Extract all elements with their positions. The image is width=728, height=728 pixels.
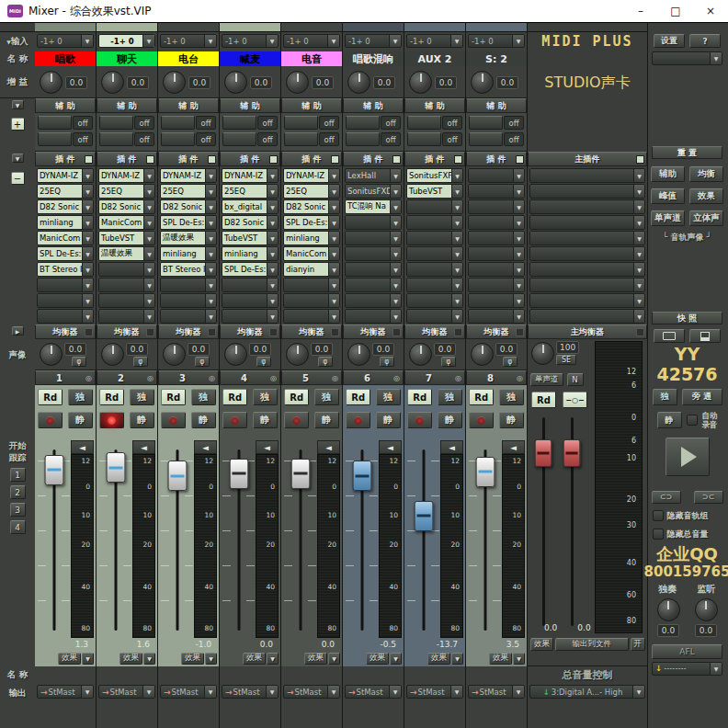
chevron-down-icon[interactable]: ▼	[513, 310, 524, 323]
channel-input-select[interactable]: -1+ 0 ▼	[98, 34, 155, 48]
aux-send-slider[interactable]	[407, 116, 441, 130]
plugin-slot[interactable]: DYNAM-IZ▼	[37, 168, 94, 183]
effect-button[interactable]: 效果	[366, 653, 389, 665]
mute-button[interactable]: 静	[438, 412, 462, 428]
master-mono-button[interactable]: 单声道	[530, 373, 563, 386]
plugin-slot[interactable]: ▼	[468, 215, 525, 230]
plugin-slot[interactable]: ▼	[98, 293, 155, 308]
fader-handle[interactable]	[414, 501, 433, 531]
aux-send-slider[interactable]	[222, 132, 256, 146]
chevron-down-icon[interactable]: ▼	[451, 185, 462, 198]
plugin-slot[interactable]: 25EQ▼	[283, 184, 340, 199]
fader-handle[interactable]	[167, 461, 187, 491]
plugin-slot[interactable]: DYNAM-IZ▼	[98, 168, 155, 183]
chevron-down-icon[interactable]: ▼	[267, 294, 278, 307]
chevron-down-icon[interactable]: ▼	[327, 35, 339, 47]
plugin-slot[interactable]: ▼	[468, 231, 525, 245]
monitor-level-knob[interactable]	[695, 598, 718, 621]
mute-button[interactable]: 静	[191, 412, 216, 428]
eq-indicator[interactable]	[454, 328, 462, 336]
plugin-slot[interactable]: ▼	[98, 278, 155, 292]
reset-eq-button[interactable]: 均衡	[689, 166, 723, 182]
aux-send-slider[interactable]	[38, 116, 72, 130]
plugin-slot[interactable]: BT Stereo I▼	[37, 262, 94, 277]
channel-number-bar[interactable]: 2 ◎	[97, 370, 157, 385]
eq-header[interactable]: 均衡器	[404, 324, 465, 339]
chevron-down-icon[interactable]: ▼	[82, 185, 93, 198]
eq-header[interactable]: 均衡器	[97, 324, 157, 339]
solo-button[interactable]: 独	[376, 389, 401, 405]
reset-peak-button[interactable]: 峰值	[651, 188, 685, 204]
plugin-slot[interactable]: ▼	[468, 278, 525, 292]
phase-button[interactable]: φ	[318, 357, 333, 367]
plugin-slot[interactable]: bx_digital▼	[222, 199, 279, 214]
channel-top-bar[interactable]	[281, 23, 342, 32]
chevron-down-icon[interactable]: ▼	[82, 294, 93, 307]
plugin-slot[interactable]: ▼	[406, 231, 463, 245]
aux-send-slider[interactable]	[161, 132, 195, 146]
channel-output-select[interactable]: →StMast ▼	[468, 685, 525, 699]
chevron-down-icon[interactable]: ▼	[633, 310, 644, 323]
read-automation-button[interactable]: Rd	[407, 389, 432, 405]
speaker-icon[interactable]: ◄	[317, 440, 340, 454]
plugin-slot[interactable]: minliang▼	[283, 231, 340, 245]
master-plugin-slot[interactable]: ▼	[529, 262, 645, 277]
channel-output-select[interactable]: →StMast ▼	[37, 685, 94, 699]
master-plugin-slot[interactable]: ▼	[529, 199, 645, 214]
plugin-slot[interactable]: ▼	[406, 262, 463, 277]
plugin-slot[interactable]: D82 Sonic F▼	[283, 199, 340, 214]
chevron-down-icon[interactable]: ▼	[143, 279, 154, 291]
aux-send-2[interactable]: off	[469, 132, 524, 146]
link-button[interactable]: ⊂⊃	[652, 491, 681, 504]
channel-input-select[interactable]: -1+ 0 ▼	[37, 34, 94, 48]
chevron-down-icon[interactable]: ▼	[143, 310, 154, 323]
channel-number-bar[interactable]: 8 ◎	[466, 370, 527, 385]
master-output-select[interactable]: ↓ 3:Digital A...- High ▼	[529, 685, 645, 699]
circle-indicator-icon[interactable]: ◎	[144, 374, 156, 382]
plugin-slot[interactable]: ManicCom▼	[283, 246, 340, 261]
chevron-down-icon[interactable]: ▼	[513, 294, 524, 307]
chevron-down-icon[interactable]: ▼	[143, 232, 154, 245]
plugins-indicator[interactable]	[208, 155, 216, 164]
chevron-down-icon[interactable]: ▼	[205, 200, 216, 213]
solo-button[interactable]: 独	[253, 389, 278, 405]
aux-send-1[interactable]: off	[38, 116, 93, 130]
master-plugin-slot[interactable]: ▼	[529, 168, 645, 183]
master-read-automation-button[interactable]: Rd	[531, 392, 556, 408]
chevron-down-icon[interactable]: ▼	[267, 279, 278, 291]
reset-aux-button[interactable]: 辅助	[651, 166, 685, 182]
circle-indicator-icon[interactable]: ◎	[83, 374, 95, 382]
fader-handle[interactable]	[352, 461, 371, 491]
read-automation-button[interactable]: Rd	[346, 389, 370, 405]
chevron-down-icon[interactable]: ▼	[327, 686, 339, 698]
master-plugin-slot[interactable]: ▼	[529, 246, 645, 261]
channel-name[interactable]: 电音	[281, 51, 342, 66]
read-automation-button[interactable]: Rd	[222, 389, 247, 405]
record-arm-button[interactable]	[284, 412, 309, 428]
aux-send-slider[interactable]	[346, 116, 380, 130]
eq-indicator[interactable]	[146, 328, 154, 336]
mute-button[interactable]: 静	[314, 412, 339, 428]
channel-output-select[interactable]: →StMast ▼	[283, 685, 340, 699]
chevron-down-icon[interactable]: ▼	[328, 310, 339, 323]
gain-knob[interactable]	[471, 71, 494, 94]
plugin-slot[interactable]: dianyin▼	[283, 262, 340, 277]
plugin-slot[interactable]: ▼	[98, 309, 155, 324]
channel-name[interactable]: AUX 2	[404, 51, 465, 66]
chevron-down-icon[interactable]: ▼	[82, 310, 93, 323]
channel-input-select[interactable]: -1+ 0 ▼	[468, 34, 525, 48]
eq-indicator[interactable]	[516, 328, 524, 336]
plugin-remove-button[interactable]: −	[11, 172, 25, 185]
se-button[interactable]: SE	[556, 355, 576, 365]
plugins-indicator[interactable]	[85, 155, 93, 164]
plugin-slot[interactable]: ▼	[406, 293, 463, 308]
master-fader-handle-left[interactable]	[535, 439, 552, 467]
chevron-down-icon[interactable]: ▼	[389, 35, 401, 47]
output-on-button[interactable]: 开	[631, 638, 646, 651]
pan-knob[interactable]	[286, 343, 309, 366]
channel-top-bar[interactable]	[97, 23, 157, 32]
chevron-down-icon[interactable]: ▼	[82, 216, 93, 229]
master-eq-indicator[interactable]	[636, 328, 644, 336]
eq-header[interactable]: 均衡器	[466, 324, 527, 339]
mute-button[interactable]: 静	[376, 412, 401, 428]
